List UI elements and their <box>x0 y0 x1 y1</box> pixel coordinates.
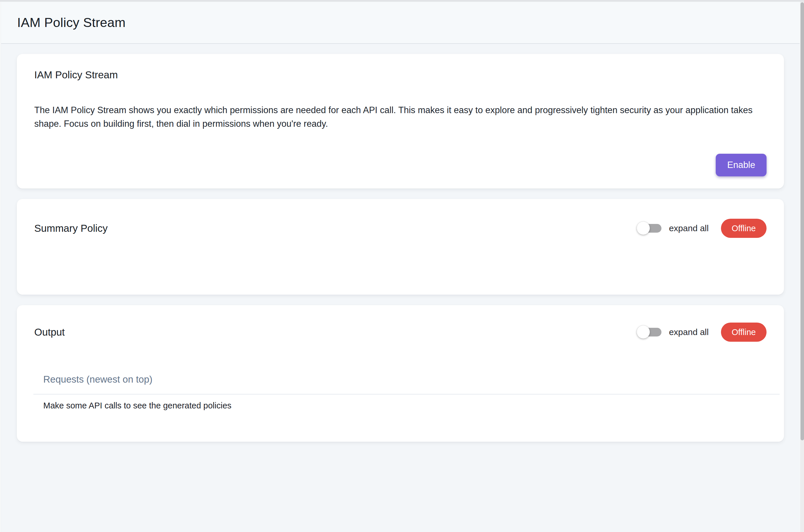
summary-policy-card: Summary Policy expand all Offline <box>17 199 784 295</box>
summary-policy-title: Summary Policy <box>34 222 108 235</box>
scrollbar-thumb[interactable] <box>801 2 804 440</box>
window-top-edge <box>0 0 804 2</box>
output-expand-all-toggle[interactable] <box>637 328 661 337</box>
enable-button[interactable]: Enable <box>716 154 767 176</box>
summary-expand-all-label: expand all <box>669 223 709 233</box>
output-expand-all-label: expand all <box>669 327 709 337</box>
requests-section: Requests (newest on top) Make some API c… <box>34 374 767 442</box>
intro-card-title: IAM Policy Stream <box>34 69 767 81</box>
toggle-knob-icon <box>637 325 650 339</box>
output-header-row: Output expand all Offline <box>34 323 767 342</box>
summary-policy-header-row: Summary Policy expand all Offline <box>34 219 767 238</box>
page-title: IAM Policy Stream <box>17 15 126 30</box>
output-status-badge: Offline <box>721 323 767 342</box>
summary-status-badge: Offline <box>721 219 767 238</box>
requests-empty-message: Make some API calls to see the generated… <box>43 400 767 411</box>
main-content: IAM Policy Stream The IAM Policy Stream … <box>1 44 800 532</box>
window-left-edge <box>0 2 1 532</box>
scrollbar[interactable] <box>800 2 804 532</box>
output-card: Output expand all Offline Requests (newe… <box>17 305 784 442</box>
toggle-knob-icon <box>637 222 650 235</box>
summary-expand-all-toggle[interactable] <box>637 224 661 233</box>
output-title: Output <box>34 326 65 339</box>
requests-heading: Requests (newest on top) <box>43 374 767 385</box>
page-header: IAM Policy Stream <box>1 2 800 44</box>
requests-divider <box>33 394 780 395</box>
intro-card-description: The IAM Policy Stream shows you exactly … <box>34 103 767 131</box>
output-controls: expand all Offline <box>637 323 767 342</box>
summary-policy-controls: expand all Offline <box>637 219 767 238</box>
intro-card-actions: Enable <box>34 154 767 176</box>
intro-card: IAM Policy Stream The IAM Policy Stream … <box>17 54 784 189</box>
